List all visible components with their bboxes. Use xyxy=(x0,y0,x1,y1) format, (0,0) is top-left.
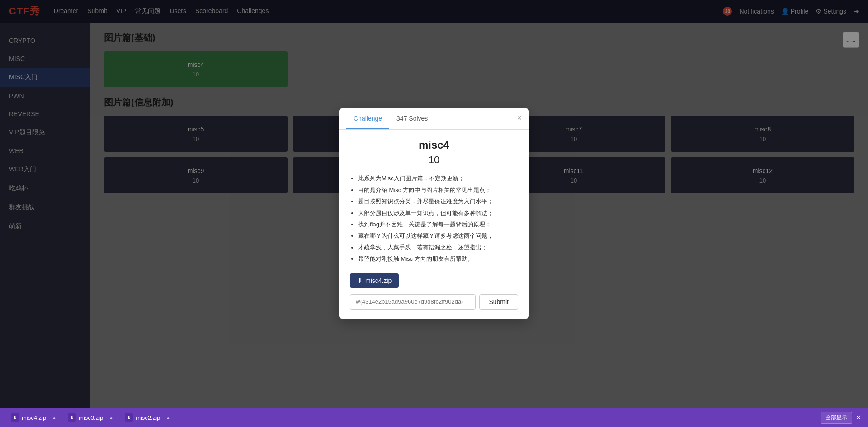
modal-close-button[interactable]: × xyxy=(517,114,522,122)
download-file-icon-2: ⬇ xyxy=(68,413,76,422)
list-item: 此系列为Misc入门图片篇，不定期更新； xyxy=(358,173,518,183)
download-label: misc4.zip xyxy=(365,277,392,284)
flag-input[interactable] xyxy=(350,294,476,310)
download-filename-2: misc3.zip xyxy=(79,414,103,421)
flag-submit-button[interactable]: Submit xyxy=(479,294,518,310)
tab-challenge[interactable]: Challenge xyxy=(346,108,389,129)
description-list: 此系列为Misc入门图片篇，不定期更新； 目的是介绍 Misc 方向中与图片相关… xyxy=(350,173,518,264)
list-item: 希望能对刚接触 Misc 方向的朋友有所帮助。 xyxy=(358,253,518,264)
download-file-icon-3: ⬇ xyxy=(125,413,133,422)
chevron-down-icon-2[interactable]: ▲ xyxy=(108,415,113,420)
list-item: 目的是介绍 Misc 方向中与图片相关的常见出题点； xyxy=(358,185,518,195)
challenge-modal: Challenge 347 Solves × misc4 10 此系列为Misc… xyxy=(339,108,529,318)
list-item: 才疏学浅，人菜手残，若有错漏之处，还望指出； xyxy=(358,242,518,253)
download-icon: ⬇ xyxy=(357,277,363,284)
modal-challenge-points: 10 xyxy=(350,154,518,166)
chevron-down-icon-1[interactable]: ▲ xyxy=(52,415,57,420)
modal-challenge-title: misc4 xyxy=(350,139,518,151)
download-bar-right: 全部显示 × xyxy=(821,412,861,424)
show-all-button[interactable]: 全部显示 xyxy=(821,412,852,424)
download-filename-3: misc2.zip xyxy=(136,414,160,421)
download-button[interactable]: ⬇ misc4.zip xyxy=(350,273,399,288)
list-item: 大部分题目仅涉及单一知识点，但可能有多种解法； xyxy=(358,208,518,218)
flag-row: Submit xyxy=(350,294,518,310)
chevron-down-icon-3[interactable]: ▲ xyxy=(165,415,170,420)
list-item: 藏在哪？为什么可以这样藏？请多考虑这两个问题； xyxy=(358,230,518,241)
download-file-icon-1: ⬇ xyxy=(11,413,19,422)
download-bar: ⬇ misc4.zip ▲ ⬇ misc3.zip ▲ ⬇ misc2.zip … xyxy=(0,408,868,427)
tab-solves[interactable]: 347 Solves xyxy=(389,108,435,129)
modal-tabs: Challenge 347 Solves × xyxy=(339,108,529,130)
modal-description: 此系列为Misc入门图片篇，不定期更新； 目的是介绍 Misc 方向中与图片相关… xyxy=(350,173,518,264)
download-item-2: ⬇ misc3.zip ▲ xyxy=(64,408,121,427)
modal-body: misc4 10 此系列为Misc入门图片篇，不定期更新； 目的是介绍 Misc… xyxy=(339,130,529,318)
download-item-3: ⬇ misc2.zip ▲ xyxy=(121,408,178,427)
download-item-1: ⬇ misc4.zip ▲ xyxy=(7,408,64,427)
modal-overlay[interactable]: Challenge 347 Solves × misc4 10 此系列为Misc… xyxy=(0,0,868,427)
close-download-bar-button[interactable]: × xyxy=(856,413,861,422)
list-item: 题目按照知识点分类，并尽量保证难度为入门水平； xyxy=(358,196,518,206)
list-item: 找到flag并不困难，关键是了解每一题背后的原理； xyxy=(358,219,518,230)
download-filename-1: misc4.zip xyxy=(22,414,46,421)
